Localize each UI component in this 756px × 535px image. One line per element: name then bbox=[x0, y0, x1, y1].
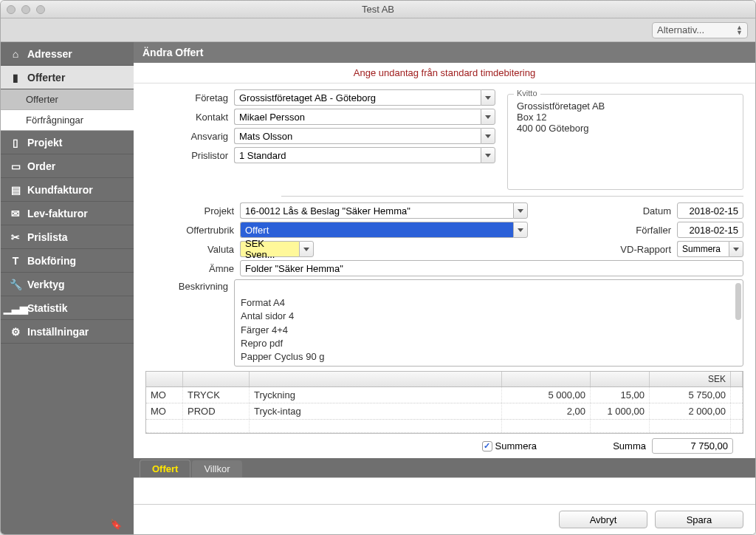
cell: MO bbox=[146, 387, 183, 403]
vdrapport-input[interactable]: Summera bbox=[677, 241, 729, 257]
beskrivning-text: Format A4 Antal sidor 4 Färger 4+4 Repro… bbox=[241, 297, 347, 367]
sidebar-sub-offerter[interactable]: Offerter bbox=[1, 89, 134, 110]
table-row-empty[interactable] bbox=[146, 420, 743, 433]
table-row[interactable]: MO PROD Tryck-intag 2,00 1 000,00 2 000,… bbox=[146, 403, 743, 420]
sidebar-label: Prislista bbox=[27, 231, 67, 243]
summera-label: Summera bbox=[495, 440, 537, 451]
sidebar-label: Verktyg bbox=[27, 279, 65, 290]
summa-value: 7 750,00 bbox=[652, 438, 733, 454]
mail-icon: ✉ bbox=[10, 208, 21, 219]
vdrapport-combo[interactable]: Summera bbox=[677, 241, 743, 257]
cell bbox=[731, 403, 743, 419]
cancel-button[interactable]: Avbryt bbox=[559, 511, 647, 528]
toolbar: Alternativ... ▲▼ bbox=[1, 18, 755, 42]
projekt-input[interactable]: 16-0012 Lås & Beslag "Säker Hemma" bbox=[240, 202, 513, 219]
sidebar-item-kundfakturor[interactable]: ▤ Kundfakturor bbox=[1, 178, 134, 202]
updown-icon: ▲▼ bbox=[736, 25, 743, 35]
minimize-icon[interactable] bbox=[21, 5, 30, 14]
sidebar-label: Inställningar bbox=[27, 326, 89, 338]
sidebar-sub-label: Offerter bbox=[26, 94, 58, 105]
dropdown-button[interactable] bbox=[481, 147, 495, 163]
kvitto-panel: Kvitto Grossistföretaget AB Box 12 400 0… bbox=[507, 94, 743, 190]
chevron-down-icon bbox=[518, 209, 523, 213]
summera-checkbox[interactable]: ✓ Summera bbox=[482, 440, 537, 451]
sidebar-item-verktyg[interactable]: 🔧 Verktyg bbox=[1, 273, 134, 296]
label-vdrapport: VD-Rapport bbox=[620, 244, 671, 255]
kontakt-combo[interactable]: Mikael Persson bbox=[234, 109, 495, 125]
valuta-combo[interactable]: SEK Sven... bbox=[240, 241, 314, 257]
alternativ-select[interactable]: Alternativ... ▲▼ bbox=[652, 22, 748, 38]
window-title: Test AB bbox=[362, 4, 394, 15]
sidebar-item-prislista[interactable]: ✂ Prislista bbox=[1, 225, 134, 249]
sidebar-item-projekt[interactable]: ▯ Projekt bbox=[1, 131, 134, 154]
cell: PROD bbox=[183, 403, 250, 419]
foretag-input[interactable]: Grossistföretaget AB - Göteborg bbox=[234, 89, 481, 106]
prislistor-combo[interactable]: 1 Standard bbox=[234, 147, 495, 163]
home-icon: ⌂ bbox=[10, 48, 21, 60]
dropdown-button[interactable] bbox=[729, 241, 743, 257]
beskrivning-textarea[interactable]: Format A4 Antal sidor 4 Färger 4+4 Repro… bbox=[234, 279, 743, 367]
card-icon: ▭ bbox=[10, 160, 21, 172]
sidebar-sub-forfragningar[interactable]: Förfrågningar bbox=[1, 110, 134, 131]
tab-offert[interactable]: Offert bbox=[140, 460, 190, 477]
valuta-input[interactable]: SEK Sven... bbox=[240, 241, 299, 257]
summa-label: Summa bbox=[613, 440, 646, 451]
label-valuta: Valuta bbox=[145, 244, 234, 255]
warning-text: Ange undantag från standard timdebiterin… bbox=[354, 67, 535, 78]
projekt-combo[interactable]: 16-0012 Lås & Beslag "Säker Hemma" bbox=[240, 202, 528, 219]
cell: 5 000,00 bbox=[502, 387, 591, 403]
dropdown-button[interactable] bbox=[299, 241, 314, 257]
maximize-icon[interactable] bbox=[36, 5, 45, 14]
label-prislistor: Prislistor bbox=[145, 150, 234, 161]
dropdown-button[interactable] bbox=[513, 222, 528, 238]
col-header[interactable] bbox=[250, 372, 502, 386]
col-header-currency[interactable]: SEK bbox=[650, 372, 731, 386]
forfaller-input[interactable] bbox=[677, 222, 743, 238]
sidebar-item-offerter[interactable]: ▮ Offerter bbox=[1, 66, 134, 89]
save-button[interactable]: Spara bbox=[655, 511, 743, 528]
col-header[interactable] bbox=[183, 372, 250, 386]
cell: 2 000,00 bbox=[650, 403, 731, 419]
sidebar-label: Bokföring bbox=[27, 255, 76, 267]
button-label: Avbryt bbox=[590, 514, 617, 525]
dropdown-button[interactable] bbox=[513, 202, 528, 219]
table-row[interactable]: MO TRYCK Tryckning 5 000,00 15,00 5 750,… bbox=[146, 387, 743, 403]
cell: 1 000,00 bbox=[591, 403, 650, 419]
kvitto-line1: Grossistföretaget AB bbox=[517, 100, 734, 112]
sidebar-item-installningar[interactable]: ⚙ Inställningar bbox=[1, 320, 134, 344]
cell: 5 750,00 bbox=[650, 387, 731, 403]
col-header[interactable] bbox=[591, 372, 650, 386]
offertrubrik-input[interactable]: Offert bbox=[240, 222, 513, 238]
bookmark-icon[interactable]: 🔖 bbox=[1, 514, 134, 534]
sidebar-item-levfakturor[interactable]: ✉ Lev-fakturor bbox=[1, 202, 134, 225]
foretag-combo[interactable]: Grossistföretaget AB - Göteborg bbox=[234, 89, 495, 106]
sidebar-item-adresser[interactable]: ⌂ Adresser bbox=[1, 42, 134, 66]
sidebar-item-order[interactable]: ▭ Order bbox=[1, 154, 134, 178]
ansvarig-input[interactable]: Mats Olsson bbox=[234, 128, 481, 144]
alternativ-label: Alternativ... bbox=[657, 24, 704, 35]
label-ansvarig: Ansvarig bbox=[145, 131, 234, 142]
scrollbar[interactable] bbox=[735, 283, 741, 320]
sidebar-label: Adresser bbox=[27, 48, 72, 60]
dropdown-button[interactable] bbox=[481, 128, 495, 144]
chevron-down-icon bbox=[485, 154, 491, 157]
cell: 2,00 bbox=[502, 403, 591, 419]
datum-input[interactable] bbox=[677, 202, 743, 219]
col-header[interactable] bbox=[502, 372, 591, 386]
dropdown-button[interactable] bbox=[481, 109, 495, 125]
ansvarig-combo[interactable]: Mats Olsson bbox=[234, 128, 495, 144]
close-icon[interactable] bbox=[7, 5, 16, 14]
offertrubrik-combo[interactable]: Offert bbox=[240, 222, 528, 238]
col-header bbox=[731, 372, 743, 386]
kontakt-input[interactable]: Mikael Persson bbox=[234, 109, 481, 125]
sidebar-item-statistik[interactable]: ▁▃▅ Statistik bbox=[1, 296, 134, 320]
dropdown-button[interactable] bbox=[481, 89, 495, 106]
tab-villkor[interactable]: Villkor bbox=[192, 460, 241, 477]
section-header: Ändra Offert bbox=[134, 42, 755, 63]
col-header[interactable] bbox=[146, 372, 183, 386]
section-title: Ändra Offert bbox=[142, 47, 203, 58]
prislistor-input[interactable]: 1 Standard bbox=[234, 147, 481, 163]
label-foretag: Företag bbox=[145, 92, 234, 103]
sidebar-item-bokforing[interactable]: T Bokföring bbox=[1, 249, 134, 273]
amne-input[interactable]: Folder "Säker Hemma" bbox=[240, 260, 743, 276]
